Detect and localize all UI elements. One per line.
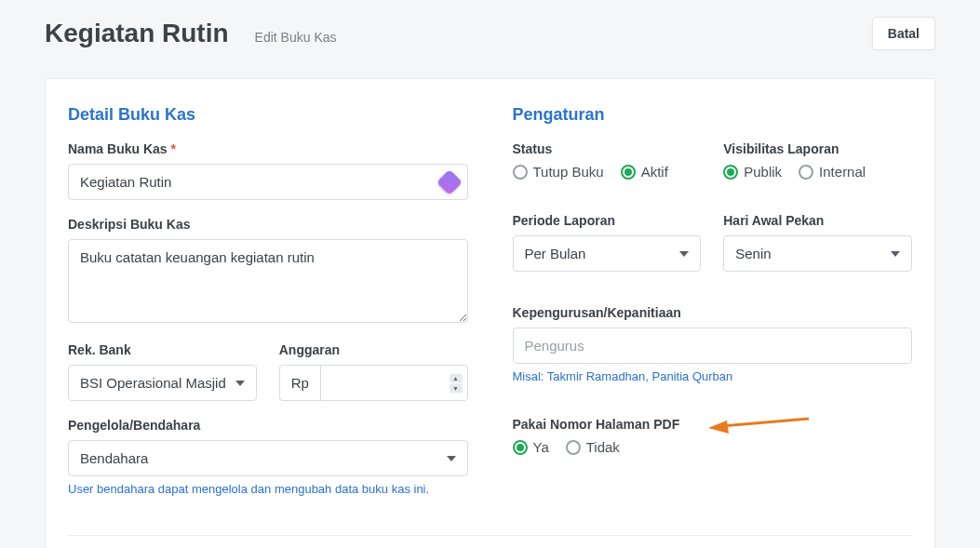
desc-textarea[interactable]	[68, 239, 468, 323]
bank-select[interactable]: BSI Operasional Masjid	[68, 365, 257, 401]
spinner-up[interactable]: ▲	[450, 373, 463, 382]
visibility-internal-radio[interactable]: Internal	[799, 164, 866, 180]
committee-helper: Misal: Takmir Ramadhan, Panitia Qurban	[513, 369, 913, 383]
weekstart-label: Hari Awal Pekan	[723, 213, 912, 228]
budget-label: Anggaran	[279, 342, 468, 357]
page-title: Kegiatan Rutin	[45, 19, 229, 48]
name-label: Nama Buku Kas *	[68, 141, 468, 156]
status-close-radio[interactable]: Tutup Buku	[513, 164, 604, 180]
visibility-label: Visibilitas Laporan	[723, 141, 912, 156]
committee-input[interactable]	[513, 327, 913, 364]
weekstart-select[interactable]: Senin	[723, 235, 912, 272]
budget-prefix: Rp	[279, 365, 320, 401]
manager-helper: User bendahara dapat mengelola dan mengu…	[68, 482, 468, 496]
visibility-public-radio[interactable]: Publik	[723, 164, 782, 180]
form-card: Detail Buku Kas Nama Buku Kas * Deskrips…	[45, 78, 935, 548]
divider	[68, 535, 912, 536]
period-label: Periode Laporan	[513, 213, 702, 228]
cancel-button[interactable]: Batal	[872, 17, 935, 50]
budget-input[interactable]	[320, 365, 468, 401]
detail-section-title: Detail Buku Kas	[68, 105, 468, 125]
manager-label: Pengelola/Bendahara	[68, 418, 468, 433]
page-subtitle: Edit Buku Kas	[255, 30, 337, 45]
status-active-radio[interactable]: Aktif	[621, 164, 668, 180]
status-label: Status	[513, 141, 702, 156]
pdfpage-label: Pakai Nomor Halaman PDF	[513, 417, 913, 432]
desc-label: Deskripsi Buku Kas	[68, 217, 468, 232]
period-select[interactable]: Per Bulan	[513, 235, 702, 272]
settings-section-title: Pengaturan	[513, 105, 913, 125]
bank-label: Rek. Bank	[68, 342, 257, 357]
spinner-down[interactable]: ▼	[450, 383, 463, 393]
required-asterisk: *	[170, 141, 175, 156]
name-input[interactable]	[68, 164, 468, 200]
pdfpage-no-radio[interactable]: Tidak	[566, 439, 620, 455]
settings-section: Pengaturan Status Tutup Buku Aktif	[513, 105, 913, 513]
budget-spinner: ▲ ▼	[450, 373, 463, 393]
page-header: Kegiatan Rutin Edit Buku Kas Batal	[45, 17, 935, 50]
detail-section: Detail Buku Kas Nama Buku Kas * Deskrips…	[68, 105, 468, 513]
manager-select[interactable]: Bendahara	[68, 440, 468, 476]
committee-label: Kepengurusan/Kepanitiaan	[513, 305, 913, 320]
pdfpage-yes-radio[interactable]: Ya	[513, 439, 549, 455]
